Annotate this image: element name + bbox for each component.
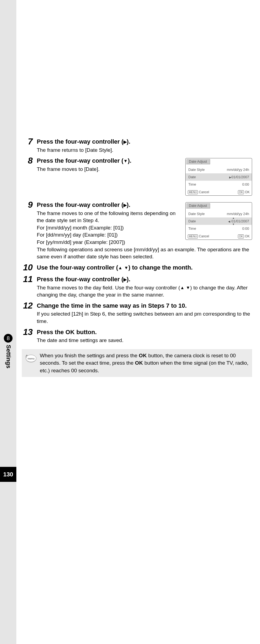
step-description: The frame moves to one of the following … bbox=[37, 210, 181, 246]
step-description: If you selected [12h] in Step 6, the set… bbox=[37, 310, 252, 325]
memo-text: When you finish the settings and press t… bbox=[40, 352, 249, 374]
lcd-selected-row: Date▶01/01/2007 bbox=[186, 173, 252, 181]
ok-button-icon: OK bbox=[238, 190, 244, 194]
lcd-title: Date Adjust bbox=[186, 203, 210, 208]
memo-icon: memo bbox=[25, 352, 37, 364]
step-heading: Use the four-way controller ( ) to chang… bbox=[37, 264, 252, 271]
step-13: 13 Press the OK button. The date and tim… bbox=[22, 327, 252, 344]
left-gutter bbox=[0, 0, 16, 644]
memo-note: memo When you finish the settings and pr… bbox=[22, 349, 252, 377]
down-arrow-icon: ▼ bbox=[232, 223, 235, 226]
menu-button-icon: MENU bbox=[188, 190, 198, 194]
step-heading: Press the four-way controller (). bbox=[37, 157, 181, 165]
step-heading: Change the time in the same way as in St… bbox=[37, 302, 252, 310]
chapter-number-badge: 8 bbox=[4, 334, 13, 343]
step-number: 7 bbox=[22, 137, 37, 146]
step-8: 8 Press the four-way controller (). The … bbox=[22, 156, 252, 198]
lcd-screenshot-month-edit: Date Adjust Date Stylemm/dd/yy 24h Date … bbox=[185, 202, 252, 240]
menu-button-icon: MENU bbox=[188, 234, 198, 238]
right-arrow-icon bbox=[123, 138, 127, 145]
step-number: 11 bbox=[22, 274, 37, 284]
step-7: 7 Press the four-way controller (). The … bbox=[22, 137, 252, 154]
down-arrow-icon bbox=[186, 285, 190, 291]
step-heading: Press the four-way controller (). bbox=[37, 138, 252, 146]
step-number: 10 bbox=[22, 263, 37, 272]
step-heading: Press the four-way controller (). bbox=[37, 276, 252, 283]
step-number: 8 bbox=[22, 156, 37, 165]
step-description: The frame moves to [Date]. bbox=[37, 166, 181, 173]
step-description: The frame returns to [Date Style]. bbox=[37, 147, 252, 154]
up-arrow-icon: ▲ bbox=[232, 217, 235, 219]
step-number: 9 bbox=[22, 200, 37, 210]
step-description-wide: The following operations and screens use… bbox=[37, 246, 252, 261]
step-heading: Press the OK button. bbox=[37, 328, 252, 336]
page-content: 7 Press the four-way controller (). The … bbox=[22, 137, 252, 377]
lcd-title: Date Adjust bbox=[186, 159, 210, 164]
up-arrow-icon bbox=[118, 264, 122, 271]
lcd-screenshot-date-selected: Date Adjust Date Stylemm/dd/yy 24h Date▶… bbox=[185, 158, 252, 196]
ok-button-icon: OK bbox=[238, 234, 244, 238]
step-description: The date and time settings are saved. bbox=[37, 337, 252, 344]
down-arrow-icon bbox=[124, 264, 128, 271]
step-heading: Press the four-way controller (). bbox=[37, 201, 181, 209]
step-description: The frame moves to the day field. Use th… bbox=[37, 284, 252, 299]
step-12: 12 Change the time in the same way as in… bbox=[22, 301, 252, 325]
right-arrow-icon bbox=[123, 276, 127, 283]
step-10: 10 Use the four-way controller ( ) to ch… bbox=[22, 263, 252, 273]
down-arrow-icon bbox=[123, 157, 128, 164]
svg-text:memo: memo bbox=[28, 357, 34, 360]
up-arrow-icon bbox=[180, 285, 185, 291]
step-number: 12 bbox=[22, 301, 37, 310]
right-arrow-icon bbox=[123, 201, 127, 208]
lcd-selected-row: Date ◀ ▲▼01/01/2007 bbox=[186, 217, 252, 225]
page-number: 130 bbox=[0, 467, 16, 482]
step-9: 9 Press the four-way controller (). The … bbox=[22, 200, 252, 261]
chapter-label: Settings bbox=[5, 345, 12, 368]
step-11: 11 Press the four-way controller (). The… bbox=[22, 274, 252, 299]
step-number: 13 bbox=[22, 327, 37, 337]
